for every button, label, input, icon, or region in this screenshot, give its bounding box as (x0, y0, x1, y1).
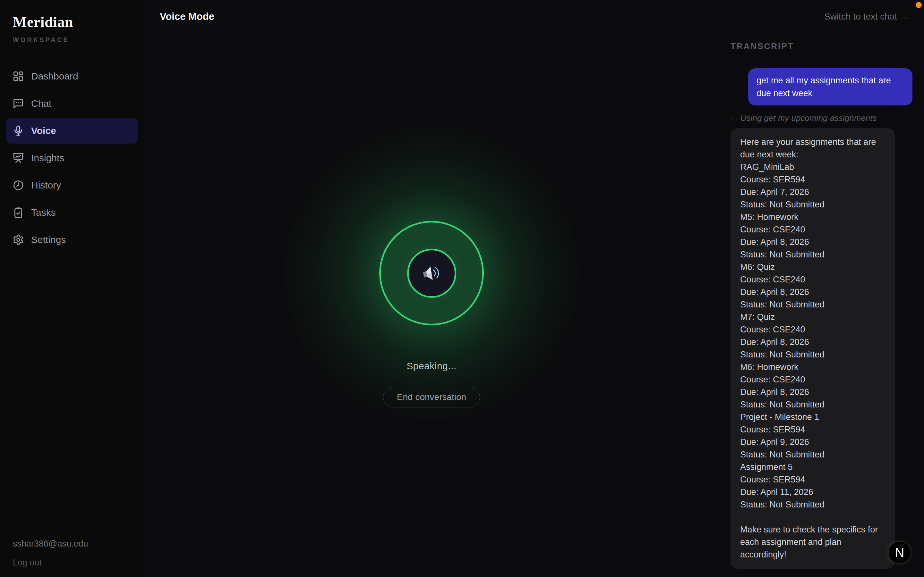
clock-icon (13, 179, 24, 191)
voice-status-text: Speaking... (407, 361, 457, 372)
n-logo-button[interactable]: N (888, 541, 911, 564)
voice-main-area: Speaking... End conversation (144, 33, 719, 577)
assistant-message-line: Course: SER594 (740, 424, 885, 436)
assistant-message-line: Due: April 7, 2026 (740, 186, 885, 198)
sidebar-item-label: Voice (31, 125, 56, 136)
sidebar-item-label: Insights (31, 153, 64, 163)
user-email: sshar386@asu.edu (13, 539, 131, 549)
assistant-closing-text: Make sure to check the specifics for eac… (740, 524, 885, 561)
user-message-bubble: get me all my assignments that are due n… (748, 68, 913, 105)
sidebar-item-label: Settings (31, 234, 66, 245)
assistant-message-line: Due: April 11, 2026 (740, 486, 885, 498)
tool-usage-bullet: · (730, 113, 733, 123)
tool-usage-text: Using get my upcoming assignments (740, 113, 877, 123)
assistant-message-line: Course: CSE240 (740, 374, 885, 386)
assistant-message-line: Status: Not Submitted (740, 248, 885, 261)
assistant-message-line: Here are your assignments that are due n… (740, 136, 885, 161)
logo-block: Meridian WORKSPACE (0, 0, 144, 44)
assistant-message-line: Status: Not Submitted (740, 498, 885, 511)
assistant-message-line: Status: Not Submitted (740, 348, 885, 361)
assistant-message-bubble: Here are your assignments that are due n… (730, 128, 895, 569)
end-conversation-button[interactable]: End conversation (383, 387, 480, 408)
voice-visualizer (379, 221, 484, 326)
assistant-message-line: RAG_MiniLab (740, 161, 885, 173)
chat-bubble-icon (13, 98, 24, 109)
assistant-message-line: Due: April 9, 2026 (740, 436, 885, 448)
assistant-message-line: Due: April 8, 2026 (740, 386, 885, 398)
assistant-message-line: Status: Not Submitted (740, 298, 885, 311)
sidebar-item-label: Chat (31, 98, 51, 109)
assistant-message-lines: Here are your assignments that are due n… (740, 136, 885, 511)
assistant-message-line: Assignment 5 (740, 461, 885, 474)
sidebar: Meridian WORKSPACE Dashboard Chat Voice (0, 0, 144, 577)
logout-button[interactable]: Log out (13, 558, 42, 568)
assistant-message-line: Course: SER594 (740, 474, 885, 486)
speaker-icon (418, 259, 445, 287)
sidebar-item-label: History (31, 180, 61, 191)
sidebar-item-chat[interactable]: Chat (6, 91, 138, 116)
clipboard-check-icon (13, 207, 24, 218)
voice-outer-ring (379, 221, 484, 326)
tool-usage-line: · Using get my upcoming assignments (730, 113, 913, 123)
assistant-message-line: Status: Not Submitted (740, 398, 885, 411)
assistant-message-line: Due: April 8, 2026 (740, 286, 885, 298)
app-logo: Meridian (13, 13, 131, 31)
assistant-message-line: Course: SER594 (740, 173, 885, 186)
top-bar: Voice Mode Switch to text chat → (144, 0, 924, 33)
assistant-message-line: Course: CSE240 (740, 274, 885, 286)
assistant-message-line: M5: Homework (740, 211, 885, 223)
sidebar-footer: sshar386@asu.edu Log out (0, 525, 144, 577)
sidebar-item-tasks[interactable]: Tasks (6, 200, 138, 226)
recording-indicator-dot (916, 2, 922, 8)
sidebar-item-insights[interactable]: Insights (6, 145, 138, 171)
n-logo-letter: N (895, 546, 905, 560)
sidebar-item-label: Tasks (31, 207, 56, 218)
assistant-message-line: Status: Not Submitted (740, 448, 885, 461)
sidebar-item-history[interactable]: History (6, 172, 138, 198)
presentation-chart-icon (13, 152, 24, 164)
gear-icon (13, 234, 24, 245)
page-title: Voice Mode (160, 11, 214, 23)
assistant-message-line: Due: April 8, 2026 (740, 336, 885, 348)
assistant-message-line: Due: April 8, 2026 (740, 236, 885, 248)
transcript-body: get me all my assignments that are due n… (719, 59, 924, 577)
assistant-message-line: Project - Milestone 1 (740, 411, 885, 424)
assistant-message-line: Course: CSE240 (740, 324, 885, 336)
workspace-label: WORKSPACE (13, 36, 131, 44)
assistant-message-line: M7: Quiz (740, 311, 885, 324)
transcript-panel: TRANSCRIPT get me all my assignments tha… (719, 33, 924, 577)
assistant-message-line: Course: CSE240 (740, 223, 885, 236)
switch-to-text-chat-link[interactable]: Switch to text chat → (824, 11, 909, 22)
main-column: Voice Mode Switch to text chat → (144, 0, 924, 577)
sidebar-item-settings[interactable]: Settings (6, 227, 138, 253)
assistant-message-line: M6: Quiz (740, 261, 885, 274)
sidebar-item-label: Dashboard (31, 71, 78, 82)
microphone-icon (13, 125, 24, 137)
sidebar-item-dashboard[interactable]: Dashboard (6, 63, 138, 89)
assistant-message-line: M6: Homework (740, 361, 885, 374)
content-row: Speaking... End conversation TRANSCRIPT … (144, 33, 924, 577)
transcript-header: TRANSCRIPT (719, 33, 924, 59)
sidebar-item-voice[interactable]: Voice (6, 118, 138, 143)
sidebar-nav: Dashboard Chat Voice Insights (0, 63, 144, 253)
dashboard-grid-icon (13, 71, 24, 82)
voice-inner-circle (407, 249, 456, 298)
assistant-message-line: Status: Not Submitted (740, 198, 885, 211)
